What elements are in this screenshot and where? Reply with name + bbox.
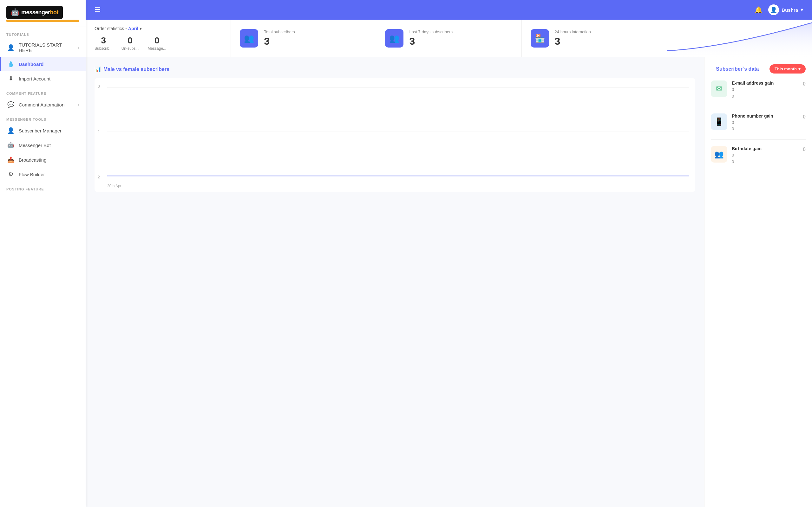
sidebar-item-subscriber-manager[interactable]: 👤 Subscriber Manager	[0, 123, 86, 138]
sidebar: 🤖 messengerbot TUTORIALS 👤 TUTORIALS STA…	[0, 0, 86, 507]
header: ☰ 🔔 👤 Bushra ▾	[86, 0, 812, 20]
avatar: 👤	[768, 4, 779, 15]
order-stat-subscribers: 3 Subscrib...	[95, 36, 113, 51]
order-stats-month[interactable]: April	[128, 26, 138, 31]
birthdate-gain-values: 0 0	[732, 152, 798, 165]
right-panel-title: ≡ Subscriber`s data	[711, 66, 759, 72]
section-label-tutorials: TUTORIALS	[0, 27, 86, 38]
sidebar-item-flow-builder[interactable]: ⚙ Flow Builder	[0, 167, 86, 181]
phone-gain-item: 📱 Phone number gain 0 0 0	[711, 113, 806, 133]
divider	[711, 139, 806, 140]
24hours-info: 24 hours interaction 3	[555, 30, 591, 47]
logo-text: messengerbot	[21, 9, 58, 16]
broadcast-icon: 📤	[7, 156, 14, 163]
sidebar-item-label: Messenger Bot	[19, 143, 79, 148]
birthdate-gain-val2: 0	[732, 159, 798, 165]
this-month-button[interactable]: This month ▾	[769, 64, 806, 73]
sidebar-item-tutorials-start-here[interactable]: 👤 TUTORIALS START HERE ›	[0, 38, 86, 57]
panel-title-icon: ≡	[711, 66, 714, 72]
order-stat-num: 3	[95, 36, 113, 46]
birthdate-gain-icon: 👥	[711, 146, 727, 163]
birthdate-gain-info: Birthdate gain 0 0	[732, 146, 798, 165]
phone-gain-label: Phone number gain	[732, 113, 798, 118]
header-left: ☰	[95, 6, 101, 14]
order-stat-label: Message...	[148, 46, 166, 51]
birthdate-gain-right-num: 0	[803, 146, 806, 153]
chevron-icon: ›	[78, 102, 79, 107]
email-gain-info: E-mail address gain 0 0	[732, 80, 798, 100]
order-stat-label: Subscrib...	[95, 46, 113, 51]
email-gain-item: ✉ E-mail address gain 0 0 0	[711, 80, 806, 100]
last7days-num: 3	[409, 36, 453, 47]
section-label-comment: COMMENT FEATURE	[0, 86, 86, 97]
stats-row: Order statistics - April ▾ 3 Subscrib...…	[86, 20, 812, 57]
this-month-label: This month	[774, 66, 797, 71]
email-gain-label: E-mail address gain	[732, 80, 798, 86]
panel-title-text: Subscriber`s data	[716, 66, 759, 72]
y-label-1: 1	[98, 130, 100, 134]
chart-title-text: Male vs female subscribers	[103, 66, 169, 72]
last7days-icon: 👥	[385, 29, 403, 48]
order-stat-num: 0	[121, 36, 139, 46]
sidebar-item-label: Dashboard	[19, 61, 79, 67]
order-stats-label: Order statistics -	[95, 26, 128, 31]
birthdate-gain-item: 👥 Birthdate gain 0 0 0	[711, 146, 806, 165]
mini-chart-card	[667, 20, 812, 57]
chart-y-labels: 2 1 0	[98, 84, 100, 179]
order-stat-num: 0	[148, 36, 166, 46]
divider	[711, 107, 806, 107]
sidebar-item-label: TUTORIALS START HERE	[19, 42, 73, 53]
phone-gain-icon: 📱	[711, 113, 727, 130]
email-gain-val1: 0	[732, 87, 798, 93]
chart-title-icon: 📊	[95, 66, 101, 72]
sidebar-item-label: Import Account	[19, 76, 79, 81]
phone-gain-info: Phone number gain 0 0	[732, 113, 798, 133]
logo-box: 🤖 messengerbot	[6, 6, 63, 19]
body-split: 📊 Male vs female subscribers 2 1 0	[86, 57, 812, 507]
bot-icon: 🤖	[7, 142, 14, 149]
logo-accent: bot	[50, 9, 58, 15]
email-gain-icon: ✉	[711, 80, 727, 97]
main-area: ☰ 🔔 👤 Bushra ▾ Order statistics - April …	[86, 0, 812, 507]
24hours-num: 3	[555, 36, 591, 47]
order-month-chevron-icon: ▾	[140, 26, 142, 31]
sidebar-item-comment-automation[interactable]: 💬 Comment Automation ›	[0, 97, 86, 112]
sidebar-item-dashboard[interactable]: 💧 Dashboard	[0, 57, 86, 71]
content-area: Order statistics - April ▾ 3 Subscrib...…	[86, 20, 812, 507]
order-stats-title: Order statistics - April ▾	[95, 26, 222, 31]
chart-title: 📊 Male vs female subscribers	[95, 66, 695, 72]
header-right: 🔔 👤 Bushra ▾	[755, 4, 803, 15]
order-stat-messages: 0 Message...	[148, 36, 166, 51]
user-name: Bushra	[781, 7, 798, 13]
y-label-0: 0	[98, 84, 100, 89]
chart-svg	[107, 84, 689, 179]
sidebar-item-broadcasting[interactable]: 📤 Broadcasting	[0, 153, 86, 167]
user-chevron-icon: ▾	[801, 7, 803, 13]
subscriber-icon: 👤	[7, 127, 14, 134]
phone-gain-right-num: 0	[803, 113, 806, 120]
this-month-chevron-icon: ▾	[798, 66, 801, 71]
24hours-card: 🏪 24 hours interaction 3	[522, 20, 667, 57]
email-gain-values: 0 0	[732, 87, 798, 100]
tutorials-icon: 👤	[7, 44, 14, 51]
total-sub-num: 3	[264, 36, 295, 47]
chart-section: 📊 Male vs female subscribers 2 1 0	[86, 57, 704, 507]
sidebar-item-label: Broadcasting	[19, 157, 79, 163]
order-stat-unsubscribers: 0 Un-subs...	[121, 36, 139, 51]
sidebar-item-import-account[interactable]: ⬇ Import Account	[0, 71, 86, 86]
last7days-info: Last 7 days subscribers 3	[409, 30, 453, 47]
bell-icon[interactable]: 🔔	[755, 6, 763, 14]
total-sub-info: Total subscribers 3	[264, 30, 295, 47]
logo-area: 🤖 messengerbot	[0, 0, 86, 27]
sidebar-item-messenger-bot[interactable]: 🤖 Messenger Bot	[0, 138, 86, 153]
comment-icon: 💬	[7, 101, 14, 108]
last7days-card: 👥 Last 7 days subscribers 3	[376, 20, 521, 57]
hamburger-button[interactable]: ☰	[95, 6, 101, 14]
phone-gain-values: 0 0	[732, 119, 798, 133]
order-stat-label: Un-subs...	[121, 46, 139, 51]
section-label-posting: POSTING FEATURE	[0, 181, 86, 193]
right-panel-header: ≡ Subscriber`s data This month ▾	[711, 64, 806, 73]
user-menu[interactable]: 👤 Bushra ▾	[768, 4, 803, 15]
y-label-2: 2	[98, 175, 100, 179]
total-sub-icon: 👥	[240, 29, 258, 48]
